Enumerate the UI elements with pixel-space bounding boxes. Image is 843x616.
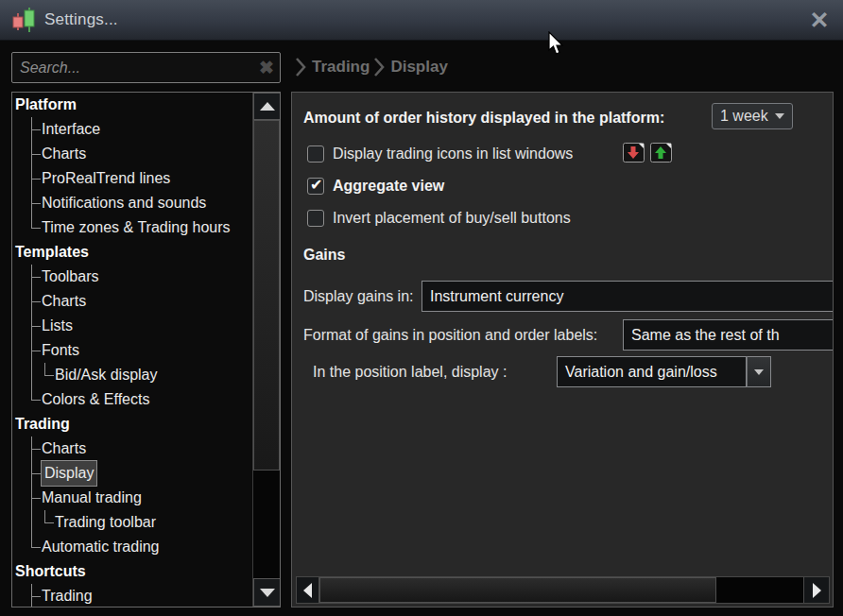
position-label-dropdown-button[interactable] (747, 356, 771, 387)
position-label-combobox[interactable]: Variation and gain/loss (557, 356, 747, 387)
scroll-down-button[interactable] (253, 578, 281, 607)
tree-item-prorealtrend-lines[interactable]: ProRealTrend lines (12, 166, 252, 191)
tree-connector-line (31, 387, 32, 400)
down-arrow-icon (260, 589, 275, 597)
format-gains-label-row: Format of gains in position and order la… (303, 319, 597, 351)
checkbox-label: Aggregate view (333, 178, 444, 195)
tree-item-trading-toolbar[interactable]: Trading toolbar (12, 510, 252, 535)
display-gains-in-value: Instrument currency (430, 288, 563, 305)
right-arrow-icon (813, 583, 821, 598)
up-arrow-icon (260, 102, 275, 111)
tree-item-automatic-trading[interactable]: Automatic trading (12, 535, 252, 559)
chevron-down-icon (754, 369, 764, 375)
tree-item-label: Time zones & Trading hours (42, 215, 231, 240)
tree-connector-line (31, 473, 41, 474)
tree-item-charts[interactable]: Charts (12, 142, 252, 166)
display-gains-in-label-row: Display gains in: (303, 281, 414, 312)
search-input[interactable] (12, 53, 253, 82)
tree-item-platform[interactable]: Platform (12, 93, 252, 117)
order-history-dropdown[interactable]: 1 week (712, 103, 793, 129)
format-gains-combobox[interactable]: Same as the rest of th (623, 319, 834, 351)
title-bar[interactable]: Settings... ✕ (0, 0, 843, 41)
tree-connector-line (31, 400, 41, 401)
tree-connector-line (31, 547, 41, 548)
checkbox-label: Invert placement of buy/sell buttons (333, 210, 571, 227)
tree-connector-line (44, 363, 45, 375)
window-title: Settings... (44, 10, 118, 29)
sell-order-icon (623, 143, 645, 163)
format-gains-value: Same as the rest of th (631, 327, 780, 344)
checkbox-row-display-trading-icons-in-list-windows[interactable]: ✔Display trading icons in list windows (307, 142, 573, 166)
tree-item-colors-effects[interactable]: Colors & Effects (12, 387, 252, 412)
tree-item-label: Charts (42, 142, 86, 166)
tree-connector-line (31, 498, 41, 499)
tree-item-notifications-and-sounds[interactable]: Notifications and sounds (12, 191, 252, 215)
search-clear-icon[interactable]: ✖ (253, 57, 280, 78)
tree-item-interface[interactable]: Interface (12, 117, 252, 142)
tree-connector-line (44, 375, 54, 376)
tree-item-fonts[interactable]: Fonts (12, 338, 252, 363)
tree-item-label: Manual trading (42, 486, 142, 510)
tree-item-display[interactable]: Display (12, 461, 252, 486)
tree-connector-line (31, 510, 32, 535)
tree-connector-line (31, 179, 41, 180)
tree-item-label: Display (42, 461, 96, 486)
scroll-right-button[interactable] (803, 577, 829, 603)
gains-heading: Gains (303, 247, 345, 264)
scroll-up-button[interactable] (253, 93, 281, 120)
tree-item-shortcuts[interactable]: Shortcuts (12, 559, 252, 584)
order-history-label: Amount of order history displayed in the… (303, 110, 664, 127)
tree-item-time-zones-trading-hours[interactable]: Time zones & Trading hours (12, 215, 252, 240)
close-icon[interactable]: ✕ (807, 8, 832, 32)
horizontal-scroll-track[interactable] (716, 577, 803, 603)
tree-vertical-scrollbar[interactable] (252, 93, 280, 607)
tree-item-label: Trading (12, 416, 70, 432)
tree-connector-line (31, 228, 41, 229)
tree-item-templates[interactable]: Templates (12, 240, 252, 265)
settings-dialog: { "window": { "title": "Settings...", "c… (0, 0, 843, 616)
tree-connector-line (31, 301, 41, 302)
tree-connector-line (31, 129, 41, 130)
tree-connector-line (31, 215, 32, 228)
tree-item-label: Notifications and sounds (42, 191, 206, 215)
tree-item-label: Templates (12, 244, 89, 260)
tree-item-lists[interactable]: Lists (12, 314, 252, 338)
tree-item-trading[interactable]: Trading (12, 412, 252, 436)
checkbox-row-invert-placement-of-buy-sell-buttons[interactable]: ✔Invert placement of buy/sell buttons (307, 206, 573, 231)
tree-item-label: Bid/Ask display (55, 363, 158, 387)
tree-connector-line (31, 154, 41, 155)
tree-item-charts[interactable]: Charts (12, 289, 252, 314)
settings-tree-panel: PlatformInterfaceChartsProRealTrend line… (11, 92, 281, 607)
chevron-down-icon (775, 113, 784, 119)
order-history-row: Amount of order history displayed in the… (303, 105, 664, 131)
tree-item-toolbars[interactable]: Toolbars (12, 265, 252, 289)
breadcrumb-trading[interactable]: Trading (312, 58, 370, 77)
format-gains-label: Format of gains in position and order la… (303, 327, 597, 344)
tree-item-trading[interactable]: Trading (12, 584, 252, 607)
checkbox-label: Display trading icons in list windows (333, 145, 573, 163)
tree-item-label: Interface (42, 117, 100, 142)
checkbox-checked[interactable]: ✔ (307, 178, 324, 195)
tree-connector-line (44, 522, 54, 523)
checkbox-unchecked[interactable]: ✔ (307, 145, 324, 163)
checkbox-unchecked[interactable]: ✔ (307, 210, 324, 227)
tree-item-charts[interactable]: Charts (12, 436, 252, 461)
display-gains-in-label: Display gains in: (303, 288, 414, 305)
tree-item-bid-ask-display[interactable]: Bid/Ask display (12, 363, 252, 387)
scroll-left-button[interactable] (297, 577, 319, 603)
tree-connector-line (31, 596, 41, 597)
tree-item-label: Charts (42, 436, 86, 461)
horizontal-scrollbar[interactable] (296, 576, 830, 604)
display-gains-in-combobox[interactable]: Instrument currency (422, 281, 834, 312)
tree-item-label: Colors & Effects (42, 387, 149, 412)
checkbox-row-aggregate-view[interactable]: ✔Aggregate view (307, 174, 573, 198)
vertical-scroll-track[interactable] (253, 471, 281, 578)
chevron-right-icon (295, 57, 306, 77)
breadcrumb-display[interactable]: Display (390, 58, 447, 77)
tree-item-manual-trading[interactable]: Manual trading (12, 486, 252, 510)
tree-item-label: ProRealTrend lines (42, 166, 170, 191)
tree-connector-line (31, 584, 32, 607)
tree-list: PlatformInterfaceChartsProRealTrend line… (12, 93, 252, 607)
horizontal-scroll-thumb[interactable] (319, 577, 716, 603)
vertical-scroll-thumb[interactable] (253, 120, 280, 471)
